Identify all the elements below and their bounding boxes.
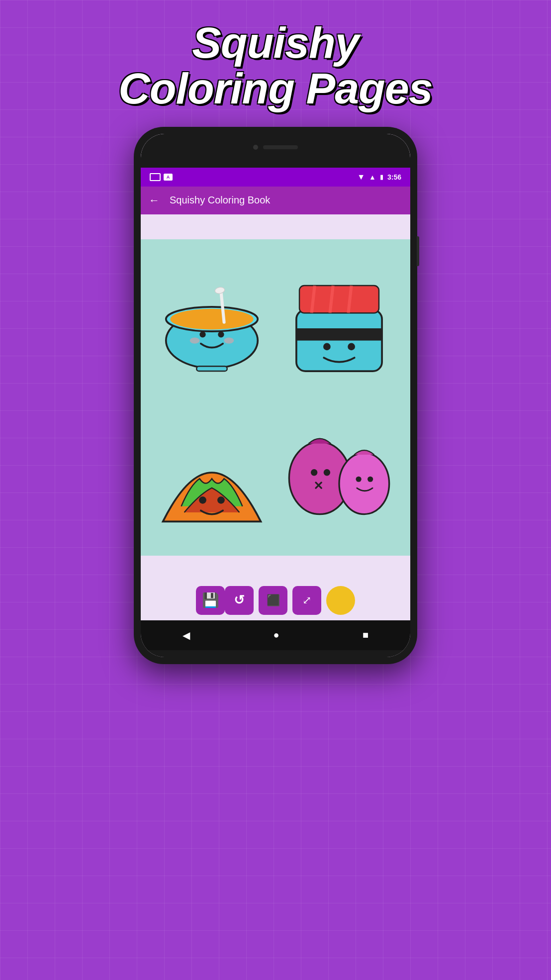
side-button <box>417 236 419 266</box>
battery-icon: ▮ <box>380 173 383 181</box>
app-bar: ← Squishy Coloring Book <box>141 187 410 214</box>
expand-button[interactable]: ⤢ <box>292 586 321 615</box>
expand-icon: ⤢ <box>302 594 311 607</box>
stamp-icon: ⬛ <box>267 594 280 607</box>
color-picker[interactable] <box>326 586 355 615</box>
svg-point-25 <box>367 477 373 482</box>
svg-point-2 <box>170 308 253 329</box>
svg-point-21 <box>311 470 317 476</box>
wifi-icon: ▼ <box>357 173 365 182</box>
back-button[interactable]: ← <box>149 194 160 207</box>
svg-point-23 <box>339 453 389 514</box>
save-button[interactable]: 💾 <box>196 586 225 615</box>
rotate-button[interactable]: ↺ <box>225 586 254 615</box>
toolbar: 💾 ↺ ⬛ ⤢ <box>186 581 365 620</box>
svg-rect-11 <box>296 328 382 341</box>
stamp-button[interactable]: ⬛ <box>259 586 287 615</box>
svg-point-8 <box>190 337 200 343</box>
svg-point-19 <box>217 496 225 504</box>
app-bar-title: Squishy Coloring Book <box>170 195 270 206</box>
svg-rect-5 <box>196 366 227 371</box>
content-area: 💾 ↺ ⬛ ⤢ <box>141 214 410 620</box>
svg-point-22 <box>324 470 330 476</box>
home-nav-button[interactable]: ● <box>273 629 279 641</box>
drawing-canvas[interactable] <box>141 239 410 556</box>
keyboard-icon: A <box>164 174 173 181</box>
status-bar: A ▼ ▲ ▮ 3:56 <box>141 168 410 187</box>
taco-item[interactable] <box>151 400 273 546</box>
svg-point-16 <box>323 343 331 350</box>
bowl-item[interactable] <box>151 249 273 395</box>
sim-icon <box>150 173 161 181</box>
svg-point-9 <box>224 337 234 343</box>
rotate-icon: ↺ <box>234 592 245 608</box>
svg-point-7 <box>218 331 224 337</box>
nav-bar: ◀ ● ■ <box>141 620 410 650</box>
sushi-item[interactable] <box>278 249 400 395</box>
recents-nav-button[interactable]: ■ <box>363 629 368 641</box>
phone-mockup: A ▼ ▲ ▮ 3:56 ← Squishy Coloring Book <box>134 127 417 664</box>
back-nav-button[interactable]: ◀ <box>183 629 190 641</box>
save-icon: 💾 <box>202 592 219 608</box>
svg-point-24 <box>356 477 362 482</box>
signal-icon: ▲ <box>369 173 376 181</box>
svg-point-6 <box>199 331 205 337</box>
svg-point-17 <box>348 343 355 350</box>
camera <box>253 145 258 150</box>
page-title: Squishy Coloring Pages <box>118 20 432 112</box>
dumplings-item[interactable] <box>278 400 400 546</box>
speaker <box>263 145 298 149</box>
svg-point-4 <box>214 287 225 294</box>
svg-point-18 <box>199 496 206 504</box>
time-display: 3:56 <box>387 173 401 181</box>
